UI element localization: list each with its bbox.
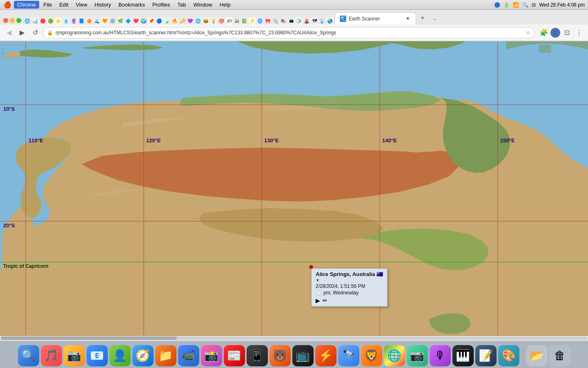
fav-6[interactable]: 💧: [62, 17, 70, 25]
dock-chrome[interactable]: 🌐: [384, 345, 405, 366]
scrollbar-thumb[interactable]: [1, 337, 177, 340]
fav-39[interactable]: 📡: [318, 17, 326, 25]
fav-22[interactable]: 💜: [187, 17, 194, 25]
fav-26[interactable]: 🎯: [218, 17, 225, 25]
fav-23[interactable]: 🌐: [194, 17, 202, 25]
dock-piano[interactable]: 🎹: [452, 345, 474, 366]
fav-31[interactable]: 🌀: [256, 17, 264, 25]
dock-podcast[interactable]: 🎙: [430, 345, 451, 366]
fav-11[interactable]: 🧡: [101, 17, 109, 25]
fav-14[interactable]: 🔷: [125, 17, 132, 25]
fav-5[interactable]: ⭐: [55, 17, 62, 25]
fav-35[interactable]: 🏔: [287, 17, 295, 25]
fav-36[interactable]: 🧊: [295, 17, 303, 25]
menubar-history[interactable]: History: [91, 1, 114, 9]
dock-contacts[interactable]: 👤: [109, 345, 131, 366]
fav-20[interactable]: 🔥: [171, 17, 178, 25]
apple-menu-icon[interactable]: 🍎: [3, 1, 11, 9]
bookmark-star-icon[interactable]: ☆: [526, 30, 530, 36]
fav-8[interactable]: 📘: [78, 17, 85, 25]
dock-appletv[interactable]: 📺: [292, 345, 314, 366]
search-icon[interactable]: 🔍: [522, 2, 528, 8]
dock-taskexplorer[interactable]: 🔭: [338, 345, 359, 366]
fav-37[interactable]: 🌋: [303, 17, 310, 25]
fav-15[interactable]: ❤️: [132, 17, 140, 25]
controlcenter-icon[interactable]: ⊟: [532, 2, 536, 8]
bluetooth-icon[interactable]: 🔵: [494, 2, 500, 8]
dock-photos[interactable]: 📷: [64, 345, 85, 366]
fav-2[interactable]: 📊: [31, 17, 39, 25]
fav-12[interactable]: ⚙️: [109, 17, 116, 25]
menubar-window[interactable]: Window: [190, 1, 215, 9]
popup-play-btn[interactable]: ▶: [316, 297, 320, 304]
dock-brave[interactable]: 🦁: [361, 345, 382, 366]
fav-4[interactable]: 🟢: [47, 17, 54, 25]
window-maximize[interactable]: [16, 18, 21, 23]
chrome-menu-button[interactable]: ⋮: [573, 27, 585, 38]
fav-34[interactable]: 🎭: [280, 17, 287, 25]
fav-21[interactable]: 🔑: [179, 17, 186, 25]
dock-swift[interactable]: ⚡: [315, 345, 336, 366]
dock-trash[interactable]: 🗑: [549, 345, 570, 366]
fav-9[interactable]: 🔶: [86, 17, 93, 25]
fav-38[interactable]: 🗺: [311, 17, 318, 25]
fav-18[interactable]: 🔵: [156, 17, 163, 25]
fav-29[interactable]: 📗: [241, 17, 248, 25]
fav-40[interactable]: 🌏: [326, 17, 334, 25]
fav-30[interactable]: ⚡: [249, 17, 256, 25]
dock-music[interactable]: 🎵: [41, 345, 62, 366]
dock-mail[interactable]: 📧: [87, 345, 108, 366]
menubar-tab[interactable]: Tab: [174, 1, 189, 9]
window-close[interactable]: [3, 18, 8, 23]
fav-7[interactable]: 🔮: [70, 17, 78, 25]
map-thumbnail[interactable]: [3, 45, 20, 58]
fav-32[interactable]: 🎀: [264, 17, 272, 25]
dock-finder[interactable]: 🔍: [18, 345, 39, 366]
menubar-edit[interactable]: Edit: [56, 1, 71, 9]
dock-bear[interactable]: 🐻: [270, 345, 291, 366]
dock-bezel[interactable]: 📱: [247, 345, 268, 366]
fav-17[interactable]: 📌: [148, 17, 155, 25]
fav-3[interactable]: 🔴: [39, 17, 47, 25]
extensions-button[interactable]: 🧩: [538, 27, 550, 38]
tab-overflow-btn[interactable]: ⌄: [429, 14, 440, 25]
fav-1[interactable]: 🌐: [24, 17, 31, 25]
url-input[interactable]: [56, 30, 523, 36]
menubar-file[interactable]: File: [40, 1, 55, 9]
menubar-profiles[interactable]: Profiles: [149, 1, 173, 9]
dock-safari[interactable]: 🧭: [132, 345, 154, 366]
horizontal-scrollbar[interactable]: [0, 336, 588, 341]
menubar-help[interactable]: Help: [216, 1, 234, 9]
window-minimize[interactable]: [10, 18, 15, 23]
dock-filezilla[interactable]: 📁: [155, 345, 176, 366]
fav-13[interactable]: 🌿: [117, 17, 124, 25]
menubar-chrome[interactable]: Chrome: [14, 1, 39, 9]
fav-16[interactable]: 🌍: [140, 17, 147, 25]
forward-button[interactable]: ▶: [16, 27, 28, 38]
split-view-button[interactable]: ⊡: [561, 27, 572, 38]
dock-screenium[interactable]: 📷: [407, 345, 428, 366]
profile-button[interactable]: 👤: [550, 28, 560, 38]
fav-25[interactable]: 💡: [210, 17, 217, 25]
dock-instagram[interactable]: 📸: [201, 345, 222, 366]
dock-bbedit[interactable]: 📝: [475, 345, 497, 366]
dock-overflow[interactable]: 📂: [526, 345, 548, 366]
dock-news[interactable]: 📰: [224, 345, 245, 366]
dock-zoom[interactable]: 📹: [178, 345, 199, 366]
fav-24[interactable]: 📦: [202, 17, 209, 25]
fav-28[interactable]: 🗂: [233, 17, 241, 25]
menubar-bookmarks[interactable]: Bookmarks: [115, 1, 148, 9]
reload-button[interactable]: ↺: [29, 27, 41, 38]
dock-monodraw[interactable]: 🎨: [498, 345, 519, 366]
wifi-icon[interactable]: 📶: [513, 2, 519, 8]
menubar-view[interactable]: View: [73, 1, 91, 9]
fav-33[interactable]: 📎: [272, 17, 279, 25]
address-bar[interactable]: 🔒 ☆: [42, 27, 535, 38]
new-tab-button[interactable]: +: [417, 13, 428, 25]
battery-icon[interactable]: 🔋: [503, 2, 510, 8]
popup-edit-btn[interactable]: ✏: [323, 297, 327, 304]
fav-27[interactable]: 🏷: [225, 17, 233, 25]
fav-19[interactable]: 🍃: [163, 17, 171, 25]
fav-10[interactable]: 🌊: [94, 17, 101, 25]
tab-close-btn[interactable]: ✕: [404, 16, 411, 22]
